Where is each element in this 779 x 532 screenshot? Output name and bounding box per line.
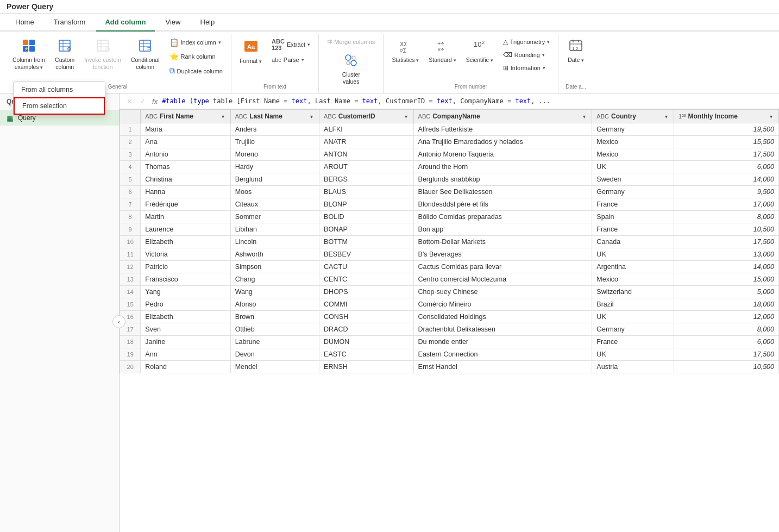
conditional-column-button[interactable]: = Conditionalcolumn [127,36,164,73]
date-button[interactable]: 1 2 Date ▾ [563,36,589,66]
ribbon-group-from-number: XΣ σ∑ Statistics ▾ +÷ ×÷ Standard ▾ [384,34,558,93]
tab-transform[interactable]: Transform [45,14,95,32]
cluster-values-icon [344,53,358,70]
cell-company: B's Beverages [413,248,592,261]
parse-button[interactable]: abc Parse ▾ [268,54,314,65]
rank-column-button[interactable]: ⭐ Rank column [166,50,227,63]
table-row: 9 Laurence Libihan BONAP Bon app' France… [120,223,779,236]
cell-customerid: EASTC [319,348,413,361]
extract-button[interactable]: ABC123 Extract ▾ [268,36,314,53]
income-type: 1²³ [679,113,686,120]
cell-customerid: DHOPS [319,286,413,298]
firstname-type: ABC [145,113,158,120]
company-filter-button[interactable]: ▾ [581,113,587,120]
cell-country: UK [592,161,674,173]
custom-column-button[interactable]: ⚙ Customcolumn [51,36,78,73]
custom-column-label: Customcolumn [55,57,74,70]
cell-income: 5,000 [674,286,779,298]
tab-home[interactable]: Home [7,14,43,32]
cell-income: 18,000 [674,298,779,311]
tab-view[interactable]: View [157,14,190,32]
row-number: 8 [120,211,141,223]
ribbon-from-text-items: Aa Format ▾ ABC123 Extract ▾ abc Parse ▾ [236,36,314,82]
tab-help[interactable]: Help [192,14,224,32]
firstname-filter-button[interactable]: ▾ [220,113,226,120]
cell-company: Alfreds Futterkiste [413,123,592,136]
cell-firstname: Ana [141,136,230,148]
row-number: 14 [120,286,141,298]
sidebar-toggle-button[interactable]: ‹ [112,315,125,328]
statistics-button[interactable]: XΣ σ∑ Statistics ▾ [388,36,423,66]
svg-text:=: = [147,46,150,52]
extract-dropdown-arrow: ▾ [307,42,310,47]
cell-lastname: Wang [230,286,319,298]
income-filter-button[interactable]: ▾ [768,113,774,120]
duplicate-column-button[interactable]: ⧉ Duplicate column [166,64,227,78]
cell-income: 17,000 [674,198,779,211]
svg-point-22 [345,55,351,60]
cell-country: Spain [592,211,674,223]
from-selection-item[interactable]: From selection [14,97,105,115]
rounding-dropdown-arrow: ▾ [542,52,545,58]
cell-company: Blondesddsl pére et fils [413,198,592,211]
date-group-label: Date a... [563,82,589,91]
cell-customerid: AROUT [319,161,413,173]
country-filter-button[interactable]: ▾ [663,113,669,120]
cell-customerid: CENTC [319,273,413,286]
customerid-filter-button[interactable]: ▾ [403,113,409,120]
cell-lastname: Moreno [230,148,319,161]
svg-text:10: 10 [474,40,481,48]
standard-button[interactable]: +÷ ×÷ Standard ▾ [425,36,460,66]
column-examples-dropdown: From all columns From selection [13,82,105,115]
ribbon-group-general: ⚡ Column fromexamples ▾ From all columns… [4,34,231,93]
formula-cancel-button: ✕ [124,96,135,107]
table-row: 20 Roland Mendel ERNSH Ernst Handel Aust… [120,361,779,373]
lastname-filter-button[interactable]: ▾ [309,113,315,120]
cell-company: Bólido Comidas preparadas [413,211,592,223]
format-button[interactable]: Aa Format ▾ [236,36,266,67]
rounding-button[interactable]: ⌫ Rounding ▾ [499,49,554,61]
rounding-icon: ⌫ [503,51,512,59]
scientific-button[interactable]: 10 2 Scientific ▾ [462,36,497,66]
cell-income: 17,500 [674,348,779,361]
index-column-icon: 📋 [169,38,179,47]
cell-customerid: ALFKI [319,123,413,136]
invoke-custom-function-button: ƒx Invoke customfunction [80,36,125,73]
ribbon-merge-items: ⇉ Merge columns Clusterva [323,36,379,87]
from-all-columns-item[interactable]: From all columns [14,82,105,97]
table-row: 14 Yang Wang DHOPS Chop-suey Chinese Swi… [120,286,779,298]
cell-income: 17,500 [674,236,779,248]
row-number-header [120,110,141,123]
tab-add-column[interactable]: Add column [96,14,154,32]
cell-lastname: Ottlieb [230,323,319,336]
cluster-values-label: Clustervalues [342,71,360,85]
table-row: 4 Thomas Hardy AROUT Around the Horn UK … [120,161,779,173]
trigonometry-button[interactable]: △ Trigonometry ▾ [499,36,554,48]
cell-income: 9,500 [674,186,779,198]
table-body: 1 Maria Anders ALFKI Alfreds Futterkiste… [120,123,779,373]
col-header-firstname: ABC First Name ▾ [141,110,230,123]
row-number: 18 [120,336,141,348]
cell-income: 8,000 [674,323,779,336]
column-from-examples-button[interactable]: ⚡ Column fromexamples ▾ [9,36,49,73]
number-small-btns: △ Trigonometry ▾ ⌫ Rounding ▾ ⊞ Informat… [499,36,554,74]
cell-customerid: BESBEV [319,248,413,261]
cell-income: 13,000 [674,248,779,261]
cell-firstname: Hanna [141,186,230,198]
cell-customerid: ANTON [319,148,413,161]
table-row: 8 Martin Sommer BOLID Bólido Comidas pre… [120,211,779,223]
cell-lastname: Citeaux [230,198,319,211]
information-button[interactable]: ⊞ Information ▾ [499,62,554,74]
query-label: Query [18,114,36,122]
cell-income: 6,000 [674,161,779,173]
lastname-label: Last Name [249,112,282,120]
row-number: 11 [120,248,141,261]
index-column-button[interactable]: 📋 Index column ▾ [166,36,227,49]
rank-column-icon: ⭐ [169,52,179,61]
cell-customerid: CONSH [319,311,413,323]
from-number-group-label: From number [388,82,554,91]
svg-text:XΣ: XΣ [400,41,407,47]
cell-firstname: Pedro [141,298,230,311]
cell-lastname: Simpson [230,261,319,273]
cluster-values-button[interactable]: Clustervalues [323,51,379,87]
